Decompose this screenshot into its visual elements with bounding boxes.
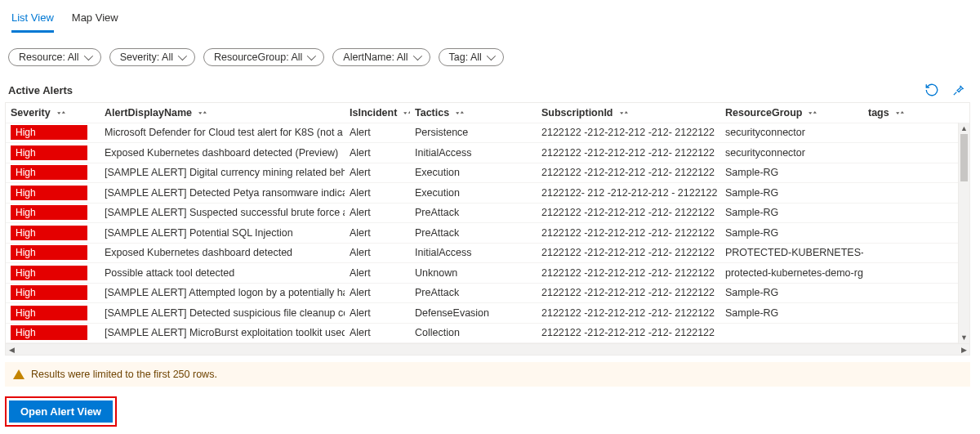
cell-isincident: Alert	[345, 247, 410, 258]
cell-isincident: Alert	[345, 207, 410, 218]
table-row[interactable]: HighPossible attack tool detectedAlertUn…	[6, 263, 969, 284]
col-isincident[interactable]: IsIncident	[345, 107, 410, 119]
severity-badge: High	[11, 325, 87, 340]
cell-tactics: InitialAccess	[410, 247, 537, 258]
cell-resourcegroup: securityconnector	[720, 127, 863, 138]
table-row[interactable]: HighExposed Kubernetes dashboard detecte…	[6, 143, 969, 163]
cell-tactics: PreAttack	[410, 227, 537, 239]
scroll-down-icon[interactable]: ▼	[959, 332, 969, 343]
cell-severity: High	[6, 266, 100, 280]
cell-severity: High	[6, 306, 100, 320]
table-row[interactable]: HighMicrosoft Defender for Cloud test al…	[6, 123, 969, 144]
col-resourcegroup[interactable]: ResourceGroup	[720, 107, 863, 119]
severity-badge: High	[11, 306, 87, 320]
table-row[interactable]: High[SAMPLE ALERT] Detected Petya ransom…	[6, 183, 969, 204]
alerts-table: Severity AlertDisplayName IsIncident Tac…	[5, 102, 970, 356]
cell-tactics: PreAttack	[410, 207, 537, 218]
tab-map-view[interactable]: Map View	[72, 8, 118, 33]
cell-alertdisplayname: Possible attack tool detected	[100, 267, 345, 279]
vertical-scrollbar[interactable]: ▲ ▼	[958, 123, 969, 343]
cell-isincident: Alert	[345, 327, 410, 338]
scrollbar-thumb[interactable]	[960, 134, 968, 181]
table-row[interactable]: High[SAMPLE ALERT] Attempted logon by a …	[6, 284, 969, 304]
tab-list-view[interactable]: List View	[11, 8, 54, 33]
cell-alertdisplayname: Microsoft Defender for Cloud test alert …	[100, 127, 345, 138]
cell-alertdisplayname: [SAMPLE ALERT] Suspected successful brut…	[100, 207, 345, 218]
filter-pill[interactable]: Resource: All	[8, 48, 101, 66]
scroll-right-icon[interactable]: ▶	[958, 344, 969, 355]
sort-icon	[197, 107, 208, 119]
cell-isincident: Alert	[345, 147, 410, 159]
col-subscriptionid[interactable]: SubscriptionId	[537, 107, 720, 119]
cell-tactics: Execution	[410, 187, 537, 199]
highlight-box: Open Alert View	[5, 396, 117, 427]
filter-pill[interactable]: ResourceGroup: All	[203, 48, 324, 66]
sort-icon	[894, 107, 906, 119]
cell-isincident: Alert	[345, 307, 410, 319]
col-severity[interactable]: Severity	[6, 107, 100, 119]
horizontal-scrollbar[interactable]: ◀ ▶	[6, 343, 969, 355]
cell-severity: High	[6, 186, 100, 200]
table-row[interactable]: High[SAMPLE ALERT] Suspected successful …	[6, 204, 969, 224]
col-tags[interactable]: tags	[863, 107, 912, 119]
filter-bar: Resource: AllSeverity: AllResourceGroup:…	[5, 48, 970, 66]
cell-subscriptionid: 2122122- 212 -212-212-212 - 2122122	[537, 187, 720, 199]
col-tactics[interactable]: Tactics	[410, 107, 537, 119]
cell-alertdisplayname: [SAMPLE ALERT] Detected suspicious file …	[100, 307, 345, 319]
chevron-down-icon	[307, 51, 316, 60]
cell-subscriptionid: 2122122 -212-212-212 -212- 2122122	[537, 267, 720, 279]
warning-icon	[13, 369, 24, 379]
sort-icon	[56, 107, 67, 119]
table-row[interactable]: High[SAMPLE ALERT] MicroBurst exploitati…	[6, 324, 969, 344]
cell-tactics: Execution	[410, 167, 537, 178]
table-row[interactable]: HighExposed Kubernetes dashboard detecte…	[6, 244, 969, 264]
severity-badge: High	[11, 165, 87, 180]
filter-pill[interactable]: AlertName: All	[332, 48, 430, 66]
filter-pill[interactable]: Tag: All	[439, 48, 504, 66]
cell-alertdisplayname: Exposed Kubernetes dashboard detected	[100, 247, 345, 258]
sort-icon	[618, 107, 630, 119]
table-row[interactable]: High[SAMPLE ALERT] Potential SQL Injecti…	[6, 223, 969, 244]
sort-icon	[454, 107, 466, 119]
chevron-down-icon	[178, 51, 187, 60]
cell-resourcegroup: protected-kubernetes-demo-rg	[720, 267, 863, 279]
view-tabs: List View Map View	[5, 8, 970, 34]
undo-icon[interactable]	[924, 83, 939, 97]
cell-alertdisplayname: Exposed Kubernetes dashboard detected (P…	[100, 147, 345, 159]
cell-subscriptionid: 2122122 -212-212-212 -212- 2122122	[537, 207, 720, 218]
table-row[interactable]: High[SAMPLE ALERT] Digital currency mini…	[6, 163, 969, 184]
scroll-left-icon[interactable]: ◀	[6, 344, 17, 355]
cell-subscriptionid: 2122122 -212-212-212 -212- 2122122	[537, 327, 720, 338]
cell-isincident: Alert	[345, 127, 410, 138]
severity-badge: High	[11, 245, 87, 260]
cell-severity: High	[6, 325, 100, 340]
cell-subscriptionid: 2122122 -212-212-212 -212- 2122122	[537, 307, 720, 319]
scroll-up-icon[interactable]: ▲	[959, 123, 969, 134]
table-row[interactable]: High[SAMPLE ALERT] Detected suspicious f…	[6, 303, 969, 324]
filter-pill[interactable]: Severity: All	[109, 48, 195, 66]
cell-alertdisplayname: [SAMPLE ALERT] Potential SQL Injection	[100, 227, 345, 239]
cell-alertdisplayname: [SAMPLE ALERT] Attempted logon by a pote…	[100, 287, 345, 298]
cell-subscriptionid: 2122122 -212-212-212 -212- 2122122	[537, 227, 720, 239]
cell-resourcegroup: Sample-RG	[720, 227, 863, 239]
filter-label: Tag: All	[449, 51, 482, 63]
cell-resourcegroup: PROTECTED-KUBERNETES-DEMO-RG	[720, 247, 863, 258]
open-alert-view-button[interactable]: Open Alert View	[9, 400, 113, 423]
filter-label: Severity: All	[120, 51, 173, 63]
cell-isincident: Alert	[345, 267, 410, 279]
filter-label: AlertName: All	[343, 51, 408, 63]
cell-severity: High	[6, 165, 100, 180]
cell-severity: High	[6, 125, 100, 140]
result-limit-warning: Results were limited to the first 250 ro…	[5, 362, 970, 387]
cell-tactics: InitialAccess	[410, 147, 537, 159]
cell-isincident: Alert	[345, 287, 410, 298]
filter-label: Resource: All	[19, 51, 79, 63]
pin-icon[interactable]	[951, 83, 965, 97]
cell-severity: High	[6, 245, 100, 260]
cell-isincident: Alert	[345, 187, 410, 199]
col-alertdisplayname[interactable]: AlertDisplayName	[100, 107, 345, 119]
cell-tactics: DefenseEvasion	[410, 307, 537, 319]
cell-tactics: Unknown	[410, 267, 537, 279]
chevron-down-icon	[83, 51, 92, 60]
table-header: Severity AlertDisplayName IsIncident Tac…	[6, 103, 969, 123]
